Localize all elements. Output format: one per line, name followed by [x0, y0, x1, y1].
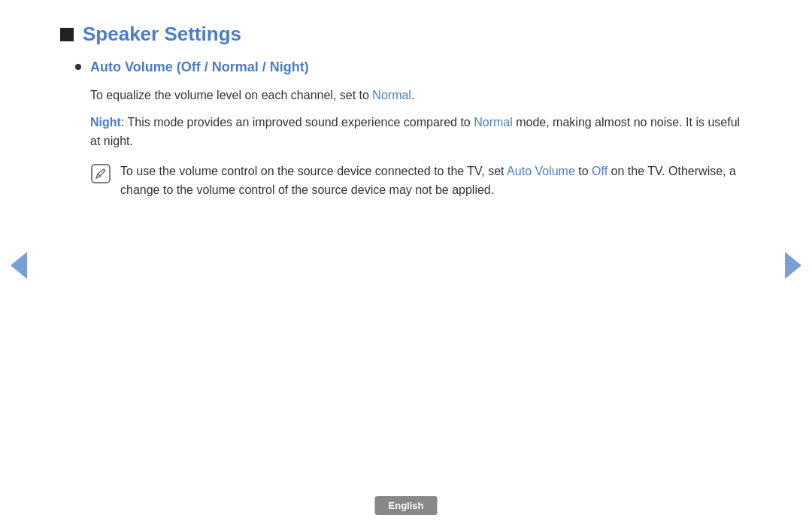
note-off: Off — [592, 165, 607, 177]
nav-left-button[interactable] — [11, 252, 27, 279]
nav-right-button[interactable] — [785, 252, 801, 279]
note-block: To use the volume control on the source … — [90, 162, 752, 200]
left-arrow-icon — [11, 252, 27, 279]
note-middle: to — [575, 165, 592, 177]
section-title: Speaker Settings — [83, 23, 241, 46]
paragraph-2: Night: This mode provides an improved so… — [90, 113, 752, 151]
section-header: Speaker Settings — [60, 23, 752, 46]
content-block: To equalize the volume level on each cha… — [90, 86, 752, 200]
para2-normal: Normal — [474, 116, 513, 129]
para2-night: Night — [90, 116, 121, 129]
para1-after: . — [411, 89, 414, 101]
svg-rect-0 — [92, 165, 110, 183]
bullet-label: Auto Volume (Off / Normal / Night) — [90, 59, 309, 75]
note-text: To use the volume control on the source … — [120, 162, 752, 200]
note-pencil-icon — [90, 163, 111, 184]
paragraph-1: To equalize the volume level on each cha… — [90, 86, 752, 105]
right-arrow-icon — [785, 252, 801, 279]
bullet-item: Auto Volume (Off / Normal / Night) — [75, 59, 752, 75]
section-square-icon — [60, 28, 74, 41]
note-auto-volume: Auto Volume — [507, 165, 575, 177]
main-content: Speaker Settings Auto Volume (Off / Norm… — [0, 0, 812, 223]
language-button[interactable]: English — [375, 496, 438, 515]
para2-colon: : This mode provides an improved sound e… — [121, 116, 474, 129]
note-before: To use the volume control on the source … — [120, 165, 507, 177]
bullet-dot-icon — [75, 64, 81, 70]
para1-highlight: Normal — [372, 89, 411, 101]
para1-before: To equalize the volume level on each cha… — [90, 89, 372, 101]
